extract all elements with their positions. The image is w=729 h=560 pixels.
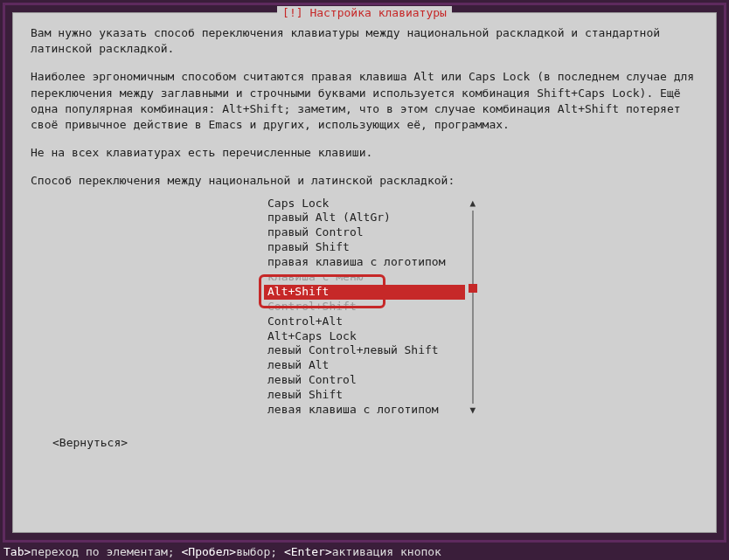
option-item[interactable]: правый Shift bbox=[264, 240, 465, 255]
scroll-up-icon: ▲ bbox=[469, 197, 476, 210]
enter-text: активация кнопок bbox=[332, 545, 441, 558]
option-item[interactable]: клавиша с меню bbox=[264, 270, 465, 285]
option-list[interactable]: ▲ ▼ Caps Lockправый Alt (AltGr)правый Co… bbox=[264, 197, 465, 418]
option-item[interactable]: Alt+Shift bbox=[264, 285, 465, 300]
intro-paragraph-1: Вам нужно указать способ переключения кл… bbox=[31, 25, 698, 57]
option-list-wrap: ▲ ▼ Caps Lockправый Alt (AltGr)правый Co… bbox=[31, 197, 698, 418]
option-item[interactable]: Alt+Caps Lock bbox=[264, 329, 465, 344]
option-item[interactable]: левый Control+левый Shift bbox=[264, 343, 465, 358]
option-item[interactable]: левая клавиша с логотипом bbox=[264, 403, 465, 418]
option-item[interactable]: правая клавиша с логотипом bbox=[264, 255, 465, 270]
option-item[interactable]: левый Shift bbox=[264, 388, 465, 403]
scroll-down-icon: ▼ bbox=[469, 404, 476, 417]
intro-paragraph-3: Не на всех клавиатурах есть перечисленны… bbox=[31, 145, 698, 161]
option-item[interactable]: Control+Alt bbox=[264, 315, 465, 329]
back-button[interactable]: <Вернуться> bbox=[52, 436, 128, 449]
list-label: Способ переключения между национальной и… bbox=[31, 173, 698, 189]
option-item[interactable]: Control+Shift bbox=[264, 300, 465, 315]
option-item[interactable]: левый Control bbox=[264, 373, 465, 388]
scrollbar-track bbox=[472, 211, 474, 404]
scrollbar-thumb[interactable] bbox=[469, 284, 477, 293]
status-bar: Tab>переход по элементам; <Пробел>выбор;… bbox=[3, 545, 441, 558]
space-text: выбор; bbox=[236, 545, 284, 558]
option-item[interactable]: правый Alt (AltGr) bbox=[264, 211, 465, 225]
option-item[interactable]: Caps Lock bbox=[264, 197, 465, 211]
tab-key-hint: Tab> bbox=[3, 545, 31, 558]
keyboard-config-dialog: [!] Настройка клавиатуры Вам нужно указа… bbox=[12, 12, 717, 533]
tab-text: переход по элементам; bbox=[31, 545, 181, 558]
option-item[interactable]: левый Alt bbox=[264, 358, 465, 373]
option-item[interactable]: правый Control bbox=[264, 225, 465, 240]
installer-frame: [!] Настройка клавиатуры Вам нужно указа… bbox=[3, 3, 726, 543]
dialog-title: [!] Настройка клавиатуры bbox=[277, 6, 452, 19]
dialog-body: Вам нужно указать способ переключения кл… bbox=[13, 13, 716, 460]
back-button-wrap: <Вернуться> bbox=[31, 435, 698, 451]
space-key-hint: <Пробел> bbox=[182, 545, 237, 558]
intro-paragraph-2: Наиболее эргономичным способом считаются… bbox=[31, 69, 698, 133]
enter-key-hint: <Enter> bbox=[284, 545, 332, 558]
